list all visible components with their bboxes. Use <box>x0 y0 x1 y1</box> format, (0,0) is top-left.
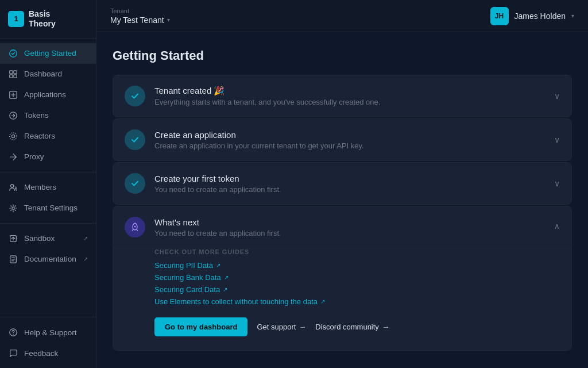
sandbox-icon <box>8 233 18 244</box>
sidebar-item-documentation[interactable]: Documentation ↗ <box>0 249 96 270</box>
guides-label: CHECK OUT MORE GUIDES <box>154 248 560 255</box>
go-to-dashboard-button[interactable]: Go to my dashboard <box>154 317 247 336</box>
svg-point-14 <box>13 334 13 335</box>
discord-arrow-icon: → <box>382 323 389 331</box>
card-title-tenant: Tenant created 🎉 <box>154 86 547 96</box>
discord-community-text: Discord community <box>315 323 379 331</box>
dashboard-icon <box>8 69 18 79</box>
sidebar-label-getting-started: Getting Started <box>24 49 76 57</box>
svg-rect-4 <box>14 74 17 77</box>
sidebar-item-applications[interactable]: Applications <box>0 85 96 105</box>
card-chevron-whats-next: ∨ <box>554 223 560 232</box>
reactors-icon <box>8 131 18 141</box>
main-content: Tenant My Test Tenant ▾ JH James Holden … <box>96 0 588 368</box>
tenant-label: Tenant <box>110 7 170 14</box>
card-row-whats-next[interactable]: What's next You need to create an applic… <box>113 206 571 248</box>
sidebar-label-feedback: Feedback <box>24 349 58 358</box>
sidebar-label-dashboard: Dashboard <box>24 70 62 78</box>
card-text-whats-next: What's next You need to create an applic… <box>154 217 547 237</box>
svg-point-10 <box>12 206 14 209</box>
user-chevron-icon: ▾ <box>571 13 574 19</box>
card-row-tenant-created[interactable]: Tenant created 🎉 Everything starts with … <box>113 75 571 117</box>
svg-rect-2 <box>14 70 17 73</box>
guide-link-bank[interactable]: Securing Bank Data ↗ <box>154 273 560 282</box>
card-text-application: Create an application Create an applicat… <box>154 130 547 150</box>
svg-point-15 <box>134 226 136 228</box>
card-row-create-token[interactable]: Create your first token You need to crea… <box>113 163 571 204</box>
guide-card-text: Securing Card Data <box>154 285 220 294</box>
help-icon <box>8 327 18 338</box>
sidebar-item-reactors[interactable]: Reactors <box>0 126 96 147</box>
get-support-arrow-icon: → <box>299 323 306 331</box>
feedback-icon <box>8 348 18 358</box>
external-link-icon-2: ↗ <box>83 256 88 262</box>
sidebar-label-reactors: Reactors <box>24 132 55 140</box>
sidebar-item-help-support[interactable]: Help & Support <box>0 322 96 343</box>
sidebar-label-help-support: Help & Support <box>24 328 77 337</box>
tenant-selector[interactable]: Tenant My Test Tenant ▾ <box>110 7 170 25</box>
card-row-create-application[interactable]: Create an application Create an applicat… <box>113 119 571 160</box>
logo-area[interactable]: 1 Basis Theory <box>0 0 96 39</box>
documentation-icon <box>8 254 18 264</box>
sidebar-label-proxy: Proxy <box>24 152 44 161</box>
card-chevron-token: ∨ <box>554 179 560 188</box>
card-chevron-application: ∨ <box>554 135 560 144</box>
username-text: James Holden <box>514 12 566 21</box>
card-desc-tenant: Everything starts with a tenant, and you… <box>154 98 547 106</box>
check-circle-tenant <box>125 86 145 106</box>
main-nav: Getting Started Dashboard Ap <box>0 39 96 317</box>
guide-link-pii[interactable]: Securing PII Data ↗ <box>154 261 560 270</box>
proxy-icon <box>8 152 18 162</box>
tenant-settings-icon <box>8 203 18 213</box>
card-text-token: Create your first token You need to crea… <box>154 174 547 194</box>
sidebar-item-members[interactable]: Members <box>0 177 96 198</box>
card-create-token: Create your first token You need to crea… <box>113 162 572 205</box>
sidebar-item-feedback[interactable]: Feedback <box>0 343 96 363</box>
tokens-icon <box>8 110 18 121</box>
svg-point-8 <box>10 132 17 139</box>
members-icon <box>8 182 18 193</box>
sidebar-item-tenant-settings[interactable]: Tenant Settings <box>0 198 96 218</box>
sidebar-label-sandbox: Sandbox <box>24 234 55 243</box>
tenant-name-row: My Test Tenant ▾ <box>110 16 170 25</box>
check-circle-token <box>125 173 145 194</box>
applications-icon <box>8 90 18 100</box>
page-title: Getting Started <box>113 48 572 63</box>
sidebar-label-tenant-settings: Tenant Settings <box>24 204 78 212</box>
card-title-token: Create your first token <box>154 174 547 183</box>
getting-started-icon <box>8 48 18 59</box>
card-desc-token: You need to create an application first. <box>154 185 547 194</box>
check-circle-application <box>125 129 145 150</box>
svg-rect-1 <box>10 70 13 73</box>
sidebar-item-sandbox[interactable]: Sandbox ↗ <box>0 228 96 249</box>
guide-bank-ext-icon: ↗ <box>224 274 229 281</box>
sidebar-item-getting-started[interactable]: Getting Started <box>0 43 96 64</box>
sidebar-label-documentation: Documentation <box>24 255 76 263</box>
user-section[interactable]: JH James Holden ▾ <box>490 7 575 25</box>
sidebar-item-dashboard[interactable]: Dashboard <box>0 64 96 85</box>
card-desc-whats-next: You need to create an application first. <box>154 229 547 237</box>
sidebar-bottom: Help & Support Feedback <box>0 317 96 368</box>
sidebar-item-tokens[interactable]: Tokens <box>0 105 96 126</box>
logo-text: Basis Theory <box>29 9 56 29</box>
tenant-chevron-icon: ▾ <box>167 17 170 23</box>
discord-community-button[interactable]: Discord community → <box>315 323 389 331</box>
topbar: Tenant My Test Tenant ▾ JH James Holden … <box>96 0 588 32</box>
card-chevron-tenant: ∨ <box>554 91 560 101</box>
get-support-button[interactable]: Get support → <box>257 323 306 331</box>
guide-link-card[interactable]: Securing Card Data ↗ <box>154 285 560 294</box>
guide-card-ext-icon: ↗ <box>223 286 227 293</box>
sidebar-label-tokens: Tokens <box>24 111 49 120</box>
nav-divider-2 <box>0 223 96 224</box>
card-whats-next: What's next You need to create an applic… <box>113 206 572 351</box>
sidebar-item-proxy[interactable]: Proxy <box>0 147 96 167</box>
external-link-icon: ↗ <box>83 235 88 241</box>
user-avatar: JH <box>490 7 509 25</box>
sidebar-label-applications: Applications <box>24 90 66 99</box>
guide-elements-ext-icon: ↗ <box>320 298 325 305</box>
guide-link-elements[interactable]: Use Elements to collect without touching… <box>154 297 560 306</box>
card-title-whats-next: What's next <box>154 217 547 227</box>
card-desc-application: Create an application in your current te… <box>154 141 547 150</box>
card-title-application: Create an application <box>154 130 547 140</box>
card-tenant-created: Tenant created 🎉 Everything starts with … <box>113 75 572 117</box>
